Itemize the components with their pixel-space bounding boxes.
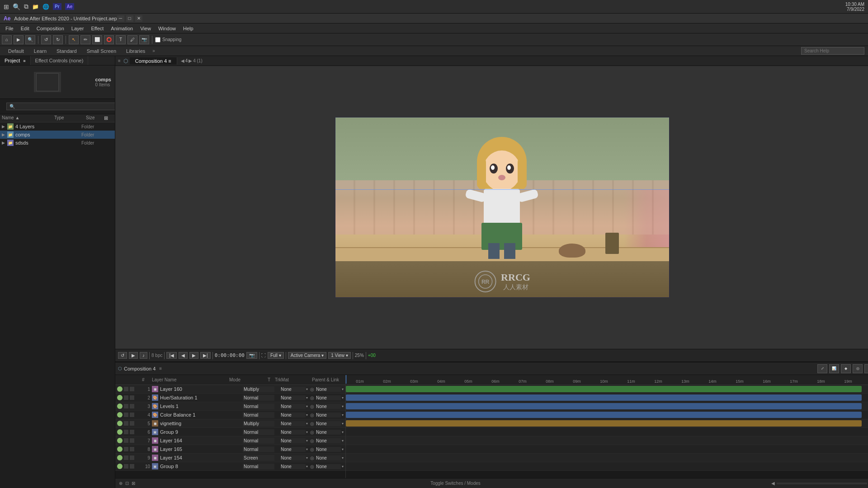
layer-10-link-select[interactable]: None — [316, 464, 341, 469]
project-item-comps[interactable]: ▶ 📁 comps Folder — [0, 131, 115, 139]
vc-step-forward[interactable]: ▶| — [200, 352, 211, 359]
layer-10-trkmat-select[interactable]: None — [281, 464, 306, 469]
layer-5-trkmat-select[interactable]: None — [281, 421, 306, 426]
windows-icon[interactable]: ⊞ — [4, 3, 9, 10]
layer-8-trkmat-select[interactable]: None — [281, 447, 306, 452]
vc-camera-icon[interactable]: 📷 — [246, 352, 257, 359]
toolbar-text[interactable]: T — [116, 35, 126, 44]
vc-move-to-start[interactable]: |◀ — [166, 352, 177, 359]
layer-5-link-select[interactable]: None — [316, 421, 341, 426]
close-button[interactable]: ✕ — [135, 15, 142, 22]
timeline-start-btn[interactable]: ⊕ — [119, 481, 123, 486]
taskbar-app-1[interactable]: 📁 — [32, 4, 39, 10]
taskbar-app-2[interactable]: 🌐 — [42, 4, 49, 10]
layer-row-8[interactable]: 8 ◼ Layer 165 Normal None ▾ ◎ None ▾ — [115, 445, 345, 454]
timeline-enable-btn[interactable]: ⤢ — [817, 364, 827, 373]
layer-4-lock[interactable] — [130, 413, 134, 417]
toolbar-play[interactable]: ▶ — [14, 35, 24, 44]
vc-quality-select[interactable]: Full ▾ — [268, 352, 284, 359]
layer-10-solo[interactable] — [124, 464, 128, 469]
layer-2-lock[interactable] — [130, 395, 134, 400]
layer-7-vis[interactable] — [117, 438, 123, 443]
toolbar-rect[interactable]: ⬜ — [92, 35, 102, 44]
vc-view-select[interactable]: 1 View ▾ — [328, 352, 351, 359]
layer-7-lock[interactable] — [130, 438, 134, 443]
timeline-scroll-left[interactable]: ◀ — [771, 481, 775, 486]
layer-9-trkmat-select[interactable]: None — [281, 455, 306, 460]
layer-8-lock[interactable] — [130, 447, 134, 451]
timeline-frame-btn[interactable]: ⊡ — [125, 481, 129, 486]
layer-6-trkmat-select[interactable]: None — [281, 430, 306, 435]
layer-7-mode[interactable]: Normal — [243, 438, 274, 444]
layer-3-solo[interactable] — [124, 404, 128, 408]
layer-8-mode[interactable]: Normal — [243, 446, 274, 452]
layer-4-vis[interactable] — [117, 412, 123, 418]
toolbar-home[interactable]: ⌂ — [2, 35, 12, 44]
toolbar-select[interactable]: ↖ — [69, 35, 79, 44]
toolbar-search[interactable]: 🔍 — [25, 35, 35, 44]
tab-composition4[interactable]: Composition 4 ≡ — [130, 57, 177, 65]
timeline-scroll-bar[interactable] — [777, 483, 867, 484]
vc-play-pause[interactable]: ▶ — [189, 352, 198, 359]
tab-project[interactable]: Project ≡ — [0, 56, 31, 65]
menu-file[interactable]: File — [2, 25, 17, 32]
layer-10-vis[interactable] — [117, 464, 123, 469]
layer-10-lock[interactable] — [130, 464, 134, 469]
vc-audio-btn[interactable]: ♪ — [140, 352, 147, 359]
vc-loop-btn[interactable]: ↺ — [118, 352, 127, 359]
layer-6-link-select[interactable]: None — [316, 430, 341, 435]
layer-8-solo[interactable] — [124, 447, 128, 451]
workspace-tab-libraries[interactable]: Libraries — [122, 47, 150, 55]
layer-3-mode[interactable]: Normal — [243, 404, 274, 409]
tab-effect-controls[interactable]: Effect Controls (none) — [31, 56, 89, 65]
workspace-search-input[interactable] — [801, 47, 864, 55]
toolbar-redo[interactable]: ↻ — [53, 35, 63, 44]
layer-row-3[interactable]: 3 🎨 Levels 1 Normal None ▾ ◎ None ▾ — [115, 402, 345, 411]
layer-9-vis[interactable] — [117, 455, 123, 460]
toolbar-undo[interactable]: ↺ — [41, 35, 51, 44]
layer-5-mode[interactable]: Multiply — [243, 421, 274, 427]
menu-help[interactable]: Help — [179, 25, 197, 32]
layer-3-lock[interactable] — [130, 404, 134, 408]
timeline-lock-btn[interactable]: 🔒 — [864, 364, 868, 373]
layer-1-mode[interactable]: Multiply — [243, 386, 274, 392]
menu-window[interactable]: Window — [155, 25, 179, 32]
layer-4-link-select[interactable]: None — [316, 413, 341, 418]
layer-7-solo[interactable] — [124, 438, 128, 443]
layer-row-1[interactable]: 1 ◼ Layer 160 Multiply None ▾ ◎ None ▾ — [115, 385, 345, 394]
layer-row-2[interactable]: 2 🎨 Hue/Saturation 1 Normal None ▾ ◎ Non… — [115, 394, 345, 402]
toolbar-ellipse[interactable]: ⭕ — [104, 35, 114, 44]
maximize-button[interactable]: □ — [126, 15, 133, 22]
layer-1-lock[interactable] — [130, 387, 134, 391]
layer-1-link-select[interactable]: None — [316, 387, 341, 392]
layer-5-lock[interactable] — [130, 421, 134, 426]
workspace-tab-learn[interactable]: Learn — [29, 47, 51, 55]
taskview-icon[interactable]: ⧉ — [24, 3, 28, 10]
workspace-tab-small-screen[interactable]: Small Screen — [82, 47, 121, 55]
layer-7-link-select[interactable]: None — [316, 438, 341, 443]
layer-9-link-select[interactable]: None — [316, 455, 341, 460]
toolbar-brush[interactable]: 🖊 — [127, 35, 137, 44]
layer-1-vis[interactable] — [117, 386, 123, 392]
timeline-graph-btn[interactable]: 📊 — [829, 364, 839, 373]
layer-1-solo[interactable] — [124, 387, 128, 391]
vc-play-btn[interactable]: ▶ — [129, 352, 138, 359]
layer-10-mode[interactable]: Normal — [243, 464, 274, 469]
layer-4-trkmat-select[interactable]: None — [281, 413, 306, 418]
layer-row-9[interactable]: 9 ◼ Layer 154 Screen None ▾ ◎ None ▾ — [115, 454, 345, 462]
workspace-tab-standard[interactable]: Standard — [52, 47, 81, 55]
layer-2-vis[interactable] — [117, 395, 123, 400]
minimize-button[interactable]: ─ — [117, 15, 124, 22]
layer-3-vis[interactable] — [117, 404, 123, 409]
layer-9-mode[interactable]: Screen — [243, 455, 274, 461]
layer-2-solo[interactable] — [124, 395, 128, 400]
timeline-add-marker[interactable]: ◆ — [841, 364, 851, 373]
comp-nav-prev[interactable]: ◀ — [181, 58, 184, 63]
project-item-4layers[interactable]: ▶ 📁 4 Layers Folder — [0, 122, 115, 131]
layer-row-4[interactable]: 4 🎨 Color Balance 1 Normal None ▾ ◎ None… — [115, 411, 345, 419]
search-taskbar-icon[interactable]: 🔍 — [13, 3, 20, 10]
layer-8-vis[interactable] — [117, 446, 123, 452]
timeline-solo-btn[interactable]: ◎ — [853, 364, 863, 373]
menu-effect[interactable]: Effect — [87, 25, 107, 32]
vc-step-back[interactable]: ◀ — [179, 352, 188, 359]
